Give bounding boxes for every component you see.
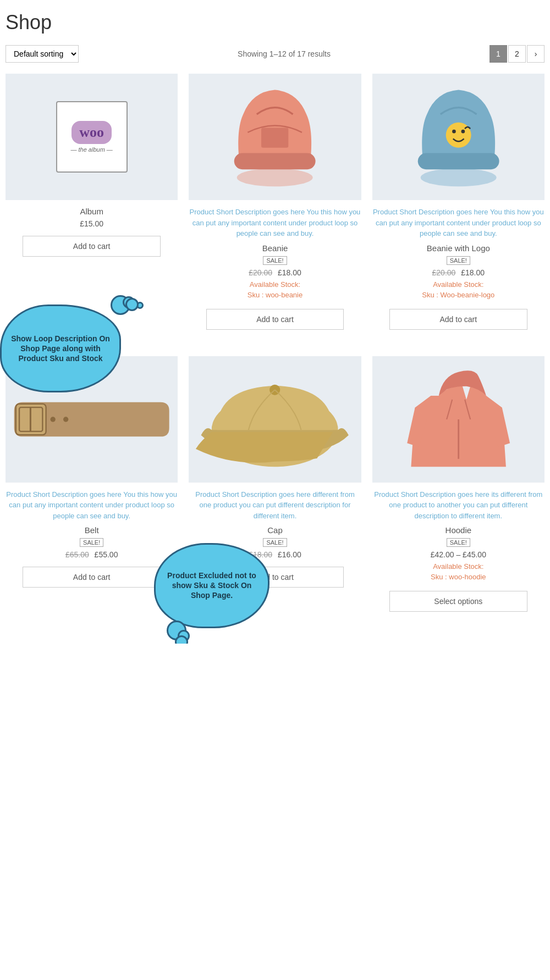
product-desc-cap: Product Short Description goes here diff… [189,489,361,522]
beanie-blue-svg [372,74,544,200]
product-desc-beanie-logo: Product Short Description goes here You … [372,207,544,239]
product-card-beanie-logo: Product Short Description goes here You … [372,74,544,334]
product-name-beanie-logo: Beanie with Logo [372,243,544,253]
svg-point-6 [452,130,456,134]
stock-beanie-logo: Available Stock: [372,280,544,289]
product-name-belt: Belt [6,525,178,535]
woo-logo: woo [72,121,112,144]
products-grid-row1: Show Loop Description On Shop Page along… [6,74,544,334]
add-to-cart-button-belt[interactable]: Add to cart [23,567,161,588]
price-new-cap: £16.00 [278,550,301,559]
sale-badge-beanie-logo: SALE! [447,256,470,265]
svg-point-3 [420,169,496,187]
bubble-dot-1 [123,296,135,308]
svg-rect-4 [417,153,499,170]
price-old-belt: £65.00 [65,550,89,559]
svg-point-10 [63,417,68,422]
price-beanie: £20.00 £18.00 [189,268,361,277]
stock-hoodie: Available Stock: [372,562,544,571]
product-desc-hoodie: Product Short Description goes here its … [372,489,544,522]
pagination: 1 2 › [490,45,544,63]
product-image-hoodie [372,356,544,483]
add-to-cart-button-beanie[interactable]: Add to cart [206,309,344,330]
page-title: Shop [6,11,544,34]
product-image-beanie-logo [372,74,544,200]
woo-album-art: woo — the album — [56,101,128,173]
bubble-dot-2 [136,302,144,309]
product-desc-belt: Product Short Description goes here You … [6,489,178,522]
product-image-beanie [189,74,361,200]
sale-badge-cap: SALE! [263,538,287,547]
svg-point-5 [446,123,471,148]
sale-badge-belt: SALE! [80,538,103,547]
bubble-dot-4 [186,644,193,644]
bubble-dot-3 [178,630,190,642]
hoodie-svg [372,356,544,483]
product-card-album: woo — the album — Album £15.00 Add to ca… [6,74,178,334]
add-to-cart-button-beanie-logo[interactable]: Add to cart [389,309,527,330]
price-belt: £65.00 £55.00 [6,550,178,559]
svg-point-9 [50,417,55,422]
sku-beanie: Sku : woo-beanie [189,291,361,299]
sale-badge-beanie: SALE! [263,256,287,265]
sort-select[interactable]: Default sorting [6,45,79,63]
toolbar: Default sorting Showing 1–12 of 17 resul… [6,45,544,63]
add-to-cart-button-album[interactable]: Add to cart [23,236,161,257]
product-image-album: woo — the album — [6,74,178,200]
product-card-belt: Product Short Description goes here You … [6,356,178,617]
product-image-cap [189,356,361,483]
svg-point-7 [461,130,465,134]
page-next-button[interactable]: › [527,45,544,63]
price-hoodie: £42.00 – £45.00 [372,550,544,559]
cap-svg [189,356,361,483]
info-bubble-1: Show Loop Description On Shop Page along… [0,304,121,392]
product-desc-beanie: Product Short Description goes here You … [189,207,361,239]
product-name-beanie: Beanie [189,243,361,253]
results-text: Showing 1–12 of 17 results [238,49,331,58]
sale-badge-hoodie: SALE! [447,538,470,547]
page-1-button[interactable]: 1 [490,45,507,63]
page-2-button[interactable]: 2 [508,45,526,63]
svg-rect-1 [234,153,316,170]
products-grid-row2: Product Excluded not to show Sku & Stock… [6,356,544,617]
price-beanie-logo: £20.00 £18.00 [372,268,544,277]
beanie-orange-svg [189,74,361,200]
price-album: £15.00 [6,219,178,228]
info-bubble-2: Product Excluded not to show Sku & Stock… [154,543,270,628]
svg-rect-2 [261,128,288,148]
price-old-beanie: £20.00 [249,268,272,277]
product-card-hoodie: Product Short Description goes here its … [372,356,544,617]
price-new-beanie-logo: £18.00 [461,268,485,277]
stock-beanie: Available Stock: [189,280,361,289]
product-name-album: Album [6,207,178,216]
svg-point-0 [237,169,313,187]
product-name-cap: Cap [189,525,361,535]
sku-hoodie: Sku : woo-hoodie [372,573,544,581]
select-options-button-hoodie[interactable]: Select options [389,591,527,612]
price-old-beanie-logo: £20.00 [432,268,456,277]
sku-beanie-logo: Sku : Woo-beanie-logo [372,291,544,299]
product-card-beanie: Product Short Description goes here You … [189,74,361,334]
price-new-belt: £55.00 [95,550,118,559]
product-name-hoodie: Hoodie [372,525,544,535]
album-subtitle: — the album — [70,146,112,153]
price-new-beanie: £18.00 [278,268,301,277]
